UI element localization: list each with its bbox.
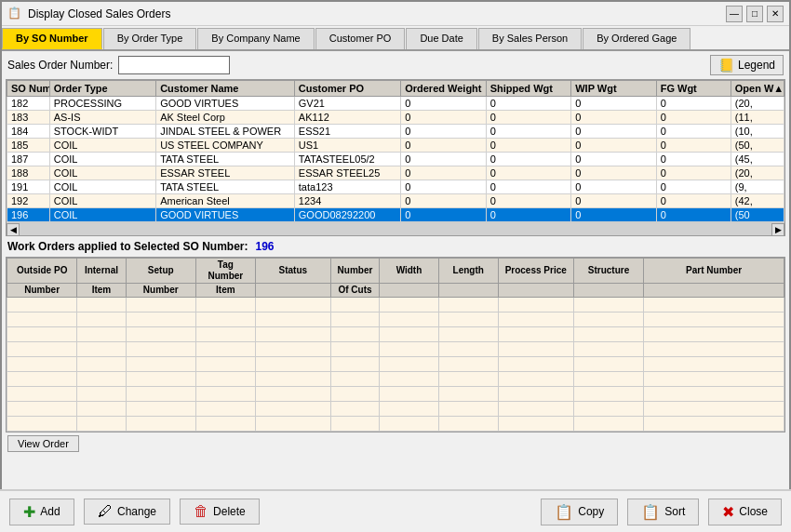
table-cell: COIL <box>49 139 155 153</box>
tab-by-company-name[interactable]: By Company Name <box>197 28 314 49</box>
close-label: Close <box>739 505 768 518</box>
view-order-button[interactable]: View Order <box>7 435 79 452</box>
delete-icon: 🗑 <box>194 503 208 520</box>
change-icon: 🖊 <box>98 503 113 520</box>
tab-customer-po[interactable]: Customer PO <box>315 28 406 49</box>
sort-button[interactable]: 📋 Sort <box>627 499 699 525</box>
add-button[interactable]: ✚ Add <box>9 499 74 525</box>
table-cell: 0 <box>571 111 657 125</box>
col-fg-wgt: FG Wgt <box>656 81 731 97</box>
table-cell: tata123 <box>294 180 400 194</box>
col-customer-po: Customer PO <box>294 81 400 97</box>
window-title: Display Closed Sales Orders <box>28 7 726 20</box>
table-cell: 0 <box>656 194 731 208</box>
table-row[interactable]: 188COILESSAR STEELESSAR STEEL250000(20, <box>7 166 784 180</box>
table-cell: 196 <box>7 208 50 222</box>
table-cell: 0 <box>571 153 657 166</box>
add-icon: ✚ <box>23 503 35 521</box>
table-row[interactable]: 184STOCK-WIDTJINDAL STEEL & POWERESS2100… <box>7 125 784 139</box>
work-table-row <box>7 313 784 327</box>
work-table-row <box>7 402 784 417</box>
wt-col-number-sub2: Number <box>126 284 195 298</box>
main-table-header: SO Num Order Type Customer Name Customer… <box>7 81 784 97</box>
app-icon: 📋 <box>7 7 22 21</box>
scroll-right-button[interactable]: ▶ <box>771 223 784 236</box>
table-cell: 0 <box>486 139 571 153</box>
legend-button[interactable]: 📒 Legend <box>710 55 784 75</box>
table-cell: PROCESSING <box>49 97 155 111</box>
table-cell: ESSAR STEEL <box>156 166 295 180</box>
close-button[interactable]: ✖ Close <box>708 499 782 525</box>
work-table-header-row1: Outside PO Internal Setup Tag Number Sta… <box>7 259 784 284</box>
table-cell: (42, <box>731 194 784 208</box>
table-cell: 0 <box>656 180 731 194</box>
table-cell: ESSAR STEEL25 <box>294 166 400 180</box>
horizontal-scrollbar[interactable]: ◀ ▶ <box>7 222 784 235</box>
table-cell: (20, <box>731 97 784 111</box>
wt-col-internal: Internal <box>77 259 126 284</box>
tab-by-sales-person[interactable]: By Sales Person <box>478 28 582 49</box>
work-table-container: Outside PO Internal Setup Tag Number Sta… <box>6 257 785 432</box>
table-cell: 0 <box>656 97 731 111</box>
tab-by-so-number[interactable]: By SO Number <box>2 28 102 49</box>
table-row[interactable]: 185COILUS STEEL COMPANYUS10000(50, <box>7 139 784 153</box>
table-cell: 0 <box>571 139 657 153</box>
scroll-track[interactable] <box>20 223 771 235</box>
table-row[interactable]: 191COILTATA STEELtata1230000(9, <box>7 180 784 194</box>
work-orders-label: Work Orders applied to Selected SO Numbe… <box>7 240 248 253</box>
tab-by-order-type[interactable]: By Order Type <box>103 28 197 49</box>
table-row[interactable]: 196COILGOOD VIRTUESGOOD082922000000(50 <box>7 208 784 222</box>
table-cell: 0 <box>401 208 487 222</box>
table-row[interactable]: 192COILAmerican Steel12340000(42, <box>7 194 784 208</box>
table-row[interactable]: 187COILTATA STEELTATASTEEL05/20000(45, <box>7 153 784 166</box>
table-cell: 0 <box>401 180 487 194</box>
wt-col-status: Status <box>255 259 330 284</box>
table-cell: 183 <box>7 111 50 125</box>
delete-button[interactable]: 🗑 Delete <box>180 499 260 525</box>
copy-button[interactable]: 📋 Copy <box>541 499 618 525</box>
wt-col-item-sub2: Item <box>195 284 255 298</box>
maximize-button[interactable]: □ <box>746 6 763 22</box>
title-bar: 📋 Display Closed Sales Orders — □ ✕ <box>2 2 789 26</box>
work-table-body <box>7 298 784 432</box>
tab-by-ordered-gage[interactable]: By Ordered Gage <box>583 28 690 49</box>
work-table: Outside PO Internal Setup Tag Number Sta… <box>7 258 784 432</box>
minimize-button[interactable]: — <box>726 6 743 22</box>
table-cell: 0 <box>571 125 657 139</box>
table-cell: 0 <box>656 208 731 222</box>
scroll-left-button[interactable]: ◀ <box>7 223 20 236</box>
sort-label: Sort <box>664 505 685 518</box>
work-table-row <box>7 387 784 402</box>
table-cell: 192 <box>7 194 50 208</box>
change-button[interactable]: 🖊 Change <box>84 499 170 525</box>
wt-col-outside-po: Outside PO <box>7 259 77 284</box>
col-order-type: Order Type <box>49 81 155 97</box>
table-cell: 0 <box>656 166 731 180</box>
work-table-row <box>7 357 784 372</box>
table-cell: (11, <box>731 111 784 125</box>
sort-icon: 📋 <box>641 503 660 521</box>
table-cell: 0 <box>486 180 571 194</box>
close-window-button[interactable]: ✕ <box>767 6 784 22</box>
table-cell: COIL <box>49 153 155 166</box>
table-cell: 182 <box>7 97 50 111</box>
table-row[interactable]: 183AS-ISAK Steel CorpAK1120000(11, <box>7 111 784 125</box>
tab-due-date[interactable]: Due Date <box>406 28 476 49</box>
table-cell: TATA STEEL <box>156 180 295 194</box>
table-cell: ESS21 <box>294 125 400 139</box>
table-cell: AK Steel Corp <box>156 111 295 125</box>
table-cell: 0 <box>401 194 487 208</box>
main-table-container: SO Num Order Type Customer Name Customer… <box>6 79 785 236</box>
table-cell: 0 <box>486 194 571 208</box>
search-input[interactable] <box>118 56 230 74</box>
table-cell: (10, <box>731 125 784 139</box>
table-cell: AS-IS <box>49 111 155 125</box>
table-cell: 0 <box>656 111 731 125</box>
table-cell: (50 <box>731 208 784 222</box>
table-cell: 0 <box>656 153 731 166</box>
wt-col-width: Width <box>380 259 439 284</box>
table-cell: JINDAL STEEL & POWER <box>156 125 295 139</box>
table-cell: 0 <box>486 125 571 139</box>
table-row[interactable]: 182PROCESSINGGOOD VIRTUESGV210000(20, <box>7 97 784 111</box>
table-cell: GOOD VIRTUES <box>156 97 295 111</box>
